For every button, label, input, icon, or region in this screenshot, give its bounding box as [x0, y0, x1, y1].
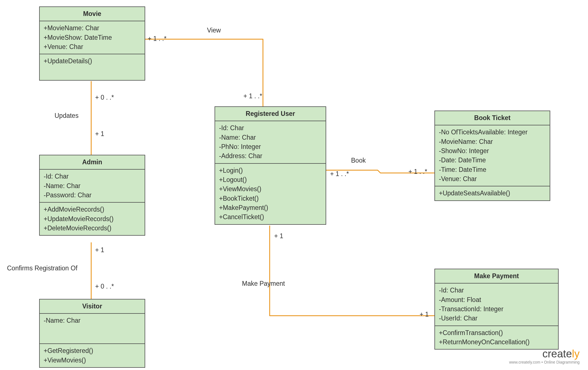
attribute: -Address: Char — [219, 151, 322, 161]
diagram-canvas: Movie +MovieName: Char +MovieShow: DateT… — [0, 0, 588, 370]
class-visitor[interactable]: Visitor -Name: Char +GetRegistered() +Vi… — [39, 299, 145, 368]
attribute: -Name: Char — [44, 181, 141, 191]
operation: +ViewMovies() — [44, 356, 141, 365]
class-attributes: -Id: Char -Name: Char -PhNo: Integer -Ad… — [215, 121, 326, 163]
operation: +Logout() — [219, 175, 322, 184]
multiplicity: + 0 . .* — [95, 283, 114, 290]
logo-tagline: www.creately.com • Online Diagramming — [509, 360, 580, 364]
attribute: -MovieName: Char — [439, 137, 546, 146]
class-operations: +AddMovieRecords() +UpdateMovieRecords()… — [40, 203, 145, 235]
multiplicity: + 0 . .* — [95, 94, 114, 101]
class-operations: +ConfirmTransaction() +ReturnMoneyOnCanc… — [435, 326, 558, 349]
attribute: -No OfTicektsAvailable: Integer — [439, 128, 546, 137]
attribute: -Id: Char — [219, 123, 322, 133]
attribute: -Time: DateTime — [439, 165, 546, 174]
operation: +BookTicket() — [219, 194, 322, 203]
class-title: Make Payment — [435, 269, 558, 284]
multiplicity: + 1 . .* — [330, 170, 349, 178]
class-attributes: -Name: Char — [40, 314, 145, 344]
class-attributes: +MovieName: Char +MovieShow: DateTime +V… — [40, 21, 145, 54]
attribute: -Amount: Float — [439, 295, 554, 305]
class-title: Registered User — [215, 107, 326, 121]
attribute: +MovieShow: DateTime — [44, 33, 141, 42]
class-operations: +GetRegistered() +ViewMovies() — [40, 344, 145, 367]
attribute: +Venue: Char — [44, 42, 141, 51]
multiplicity: + 1 — [274, 232, 283, 240]
operation: +MakePayment() — [219, 203, 322, 212]
creately-logo: creately www.creately.com • Online Diagr… — [509, 348, 580, 364]
attribute: -UserId: Char — [439, 314, 554, 323]
edge-label-view: View — [207, 27, 221, 34]
attribute: +MovieName: Char — [44, 24, 141, 33]
class-attributes: -No OfTicektsAvailable: Integer -MovieNa… — [435, 125, 550, 186]
operation: +Login() — [219, 166, 322, 175]
logo-text-a: create — [542, 348, 572, 360]
logo-text-b: ly — [572, 348, 580, 360]
attribute: -PhNo: Integer — [219, 142, 322, 151]
class-attributes: -Id: Char -Name: Char -Password: Char — [40, 170, 145, 203]
class-title: Book Ticket — [435, 111, 550, 125]
multiplicity: + 1 — [95, 130, 104, 138]
attribute: -Id: Char — [439, 286, 554, 295]
attribute: -Name: Char — [44, 316, 141, 325]
class-title: Admin — [40, 155, 145, 170]
multiplicity: + 1 — [420, 311, 429, 318]
class-operations: +Login() +Logout() +ViewMovies() +BookTi… — [215, 164, 326, 224]
attribute: -Password: Char — [44, 191, 141, 200]
operation: +UpdateSeatsAvailable() — [439, 189, 546, 198]
class-operations: +UpdateSeatsAvailable() — [435, 186, 550, 200]
multiplicity: + 1 . .* — [148, 35, 166, 43]
multiplicity: + 1 — [95, 246, 104, 254]
operation: +UpdateMovieRecords() — [44, 214, 141, 224]
edge-label-make-payment: Make Payment — [242, 280, 285, 287]
edge-label-confirms: Confirms Registration Of — [7, 264, 77, 272]
operation: +CancelTicket() — [219, 212, 322, 222]
operation: +AddMovieRecords() — [44, 205, 141, 214]
class-title: Visitor — [40, 299, 145, 314]
operation: +ReturnMoneyOnCancellation() — [439, 338, 554, 347]
edge-user-payment — [270, 226, 434, 316]
attribute: -TransactionId: Integer — [439, 305, 554, 314]
operation: +UpdateDetails() — [44, 57, 141, 66]
attribute: -Venue: Char — [439, 174, 546, 184]
operation: +ConfirmTransaction() — [439, 328, 554, 338]
class-book-ticket[interactable]: Book Ticket -No OfTicektsAvailable: Inte… — [434, 111, 550, 201]
multiplicity: + 1 . .* — [408, 168, 427, 175]
edge-label-book: Book — [351, 157, 366, 164]
edge-label-updates: Updates — [55, 112, 79, 120]
class-title: Movie — [40, 7, 145, 21]
class-operations: +UpdateDetails() — [40, 54, 145, 80]
class-registered-user[interactable]: Registered User -Id: Char -Name: Char -P… — [215, 106, 326, 225]
operation: +GetRegistered() — [44, 346, 141, 355]
attribute: -ShowNo: Integer — [439, 146, 546, 156]
class-movie[interactable]: Movie +MovieName: Char +MovieShow: DateT… — [39, 6, 145, 81]
attribute: -Name: Char — [219, 133, 322, 142]
attribute: -Date: DateTime — [439, 156, 546, 165]
multiplicity: + 1 . .* — [243, 92, 262, 100]
class-admin[interactable]: Admin -Id: Char -Name: Char -Password: C… — [39, 155, 145, 236]
operation: +DeleteMovieRecords() — [44, 224, 141, 233]
class-attributes: -Id: Char -Amount: Float -TransactionId:… — [435, 284, 558, 326]
operation: +ViewMovies() — [219, 184, 322, 194]
attribute: -Id: Char — [44, 172, 141, 181]
class-make-payment[interactable]: Make Payment -Id: Char -Amount: Float -T… — [434, 269, 559, 350]
